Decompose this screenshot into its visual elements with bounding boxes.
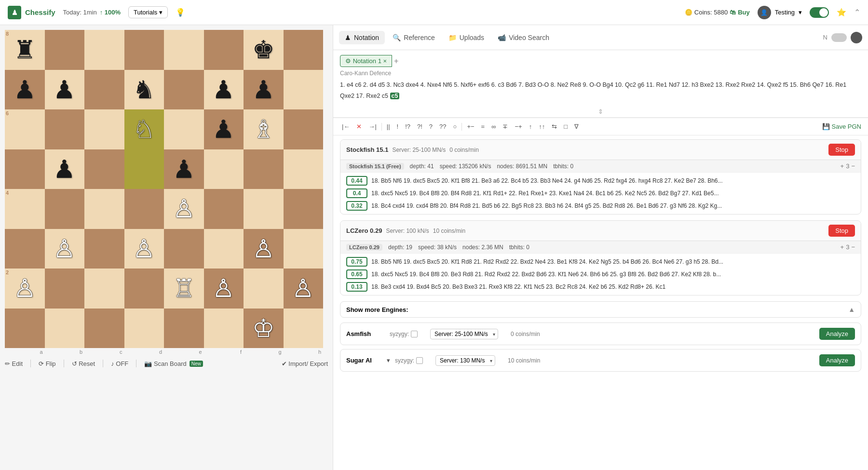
show-more-engines[interactable]: Show more Engines: ▲ bbox=[340, 301, 861, 318]
square-g2[interactable] bbox=[244, 269, 284, 309]
lczero-stop-button[interactable]: Stop bbox=[828, 225, 855, 237]
asmfish-syzygy-checkbox[interactable] bbox=[411, 331, 418, 337]
square-g4[interactable] bbox=[244, 189, 284, 229]
square-b4[interactable] bbox=[45, 189, 85, 229]
sugar-ai-syzygy-checkbox[interactable] bbox=[416, 357, 423, 364]
square-a6[interactable] bbox=[5, 109, 45, 149]
square-h2[interactable]: ♙ bbox=[284, 269, 324, 309]
asmfish-analyze-button[interactable]: Analyze bbox=[819, 328, 855, 340]
toolbar-plus-minus[interactable]: +− bbox=[465, 122, 476, 131]
logo[interactable]: ♟ Chessify bbox=[8, 6, 55, 19]
square-a7[interactable]: ♟ bbox=[5, 70, 45, 110]
toolbar-end[interactable]: →| bbox=[366, 122, 378, 131]
toolbar-arrows[interactable]: ⇆ bbox=[550, 122, 559, 131]
chevron-up-icon[interactable]: ▲ bbox=[848, 306, 855, 313]
toolbar-start[interactable]: |← bbox=[340, 122, 352, 131]
notation-tab-add[interactable]: + bbox=[394, 57, 398, 66]
n-toggle[interactable] bbox=[831, 33, 847, 42]
square-a2[interactable]: ♙ bbox=[5, 269, 45, 309]
lczero-plus-icon[interactable]: + bbox=[841, 243, 844, 251]
asmfish-server-select[interactable]: Server: 25-100 MN/s bbox=[430, 329, 498, 339]
square-d8[interactable] bbox=[124, 30, 164, 70]
tab-uploads[interactable]: 📁 Uploads bbox=[443, 31, 490, 44]
buy-button[interactable]: 🛍 Buy bbox=[730, 9, 750, 16]
square-f1[interactable] bbox=[204, 309, 244, 349]
resize-handle[interactable]: ⇕ bbox=[333, 106, 868, 118]
toolbar-up2[interactable]: ↑↑ bbox=[537, 122, 547, 131]
square-e5[interactable]: ♟ bbox=[164, 149, 204, 189]
square-f6[interactable]: ♟ bbox=[204, 109, 244, 149]
toolbar-nabla[interactable]: ∇ bbox=[572, 122, 581, 131]
square-d1[interactable] bbox=[124, 309, 164, 349]
toolbar-inf[interactable]: ∞ bbox=[489, 122, 498, 131]
square-g3[interactable]: ♙ bbox=[244, 229, 284, 269]
gear-icon[interactable]: ⚙ bbox=[345, 57, 351, 65]
square-e4[interactable]: ♙ bbox=[164, 189, 204, 229]
square-c8[interactable] bbox=[84, 30, 124, 70]
square-a1[interactable] bbox=[5, 309, 45, 349]
square-h6[interactable] bbox=[284, 109, 324, 149]
square-c1[interactable] bbox=[84, 309, 124, 349]
square-h8[interactable] bbox=[284, 30, 324, 70]
toolbar-minus-plus[interactable]: ∓ bbox=[501, 122, 510, 131]
square-c4[interactable] bbox=[84, 189, 124, 229]
square-c3[interactable] bbox=[84, 229, 124, 269]
square-c7[interactable] bbox=[84, 70, 124, 110]
square-h1[interactable] bbox=[284, 309, 324, 349]
square-f5[interactable] bbox=[204, 149, 244, 189]
import-export-button[interactable]: ✔ Import/ Export bbox=[282, 360, 328, 367]
square-a4[interactable] bbox=[5, 189, 45, 229]
flip-button[interactable]: ⟳ Flip bbox=[39, 360, 56, 367]
square-g5[interactable] bbox=[244, 149, 284, 189]
square-b5[interactable]: ♟ bbox=[45, 149, 85, 189]
square-b8[interactable] bbox=[45, 30, 85, 70]
square-d7[interactable]: ♞ bbox=[124, 70, 164, 110]
toolbar-q-excl[interactable]: ?! bbox=[415, 122, 424, 131]
square-b6[interactable] bbox=[45, 109, 85, 149]
square-f4[interactable] bbox=[204, 189, 244, 229]
square-a5[interactable] bbox=[5, 149, 45, 189]
toolbar-square[interactable]: □ bbox=[562, 122, 570, 131]
toolbar-qq[interactable]: ?? bbox=[437, 122, 448, 131]
tab-video-search[interactable]: 📹 Video Search bbox=[492, 31, 555, 44]
square-d6[interactable]: ♘ bbox=[124, 109, 164, 149]
square-d4[interactable] bbox=[124, 189, 164, 229]
square-f2[interactable]: ♙ bbox=[204, 269, 244, 309]
toolbar-excl[interactable]: ! bbox=[395, 122, 401, 131]
square-b7[interactable]: ♟ bbox=[45, 70, 85, 110]
lczero-minus-icon[interactable]: − bbox=[851, 243, 855, 251]
square-c2[interactable] bbox=[84, 269, 124, 309]
notation-tab-1[interactable]: ⚙ Notation 1 × bbox=[340, 55, 392, 67]
square-f7[interactable]: ♟ bbox=[204, 70, 244, 110]
plus-icon[interactable]: + bbox=[841, 162, 844, 170]
off-button[interactable]: ♪ OFF bbox=[111, 360, 128, 367]
square-b1[interactable] bbox=[45, 309, 85, 349]
toolbar-excl-q[interactable]: !? bbox=[403, 122, 412, 131]
reset-button[interactable]: ↺ Reset bbox=[72, 360, 95, 367]
theme-toggle[interactable] bbox=[810, 7, 829, 18]
square-e6[interactable] bbox=[164, 109, 204, 149]
minus-icon[interactable]: − bbox=[851, 162, 855, 170]
square-a8[interactable]: ♜ bbox=[5, 30, 45, 70]
user-area[interactable]: 👤 Testing ▾ bbox=[758, 6, 802, 19]
square-c5[interactable] bbox=[84, 149, 124, 189]
square-h3[interactable] bbox=[284, 229, 324, 269]
notation-tab-close[interactable]: × bbox=[383, 57, 387, 65]
square-g6[interactable]: ♗ bbox=[244, 109, 284, 149]
square-f3[interactable] bbox=[204, 229, 244, 269]
square-h7[interactable] bbox=[284, 70, 324, 110]
chess-board[interactable]: ♜♚♟♟♞♟♟♘♟♗♟♟♙♙♙♙♙♖♙♙♔ bbox=[5, 30, 323, 348]
bulb-icon[interactable]: 💡 bbox=[176, 8, 185, 17]
tutorials-button[interactable]: Tutorials ▾ bbox=[128, 6, 168, 18]
sugar-ai-dropdown-icon[interactable]: ▾ bbox=[387, 357, 390, 364]
sugar-ai-server-select[interactable]: Server: 130 MN/s bbox=[435, 355, 495, 366]
toolbar-up[interactable]: ↑ bbox=[527, 122, 534, 131]
square-d2[interactable] bbox=[124, 269, 164, 309]
scan-board-button[interactable]: 📷 Scan Board New bbox=[144, 360, 203, 367]
square-h4[interactable] bbox=[284, 189, 324, 229]
square-e1[interactable] bbox=[164, 309, 204, 349]
edit-button[interactable]: ✏ Edit bbox=[5, 360, 23, 367]
save-pgn-button[interactable]: 💾 Save PGN bbox=[822, 123, 861, 130]
toolbar-pause[interactable]: || bbox=[385, 122, 392, 131]
square-g1[interactable]: ♔ bbox=[244, 309, 284, 349]
